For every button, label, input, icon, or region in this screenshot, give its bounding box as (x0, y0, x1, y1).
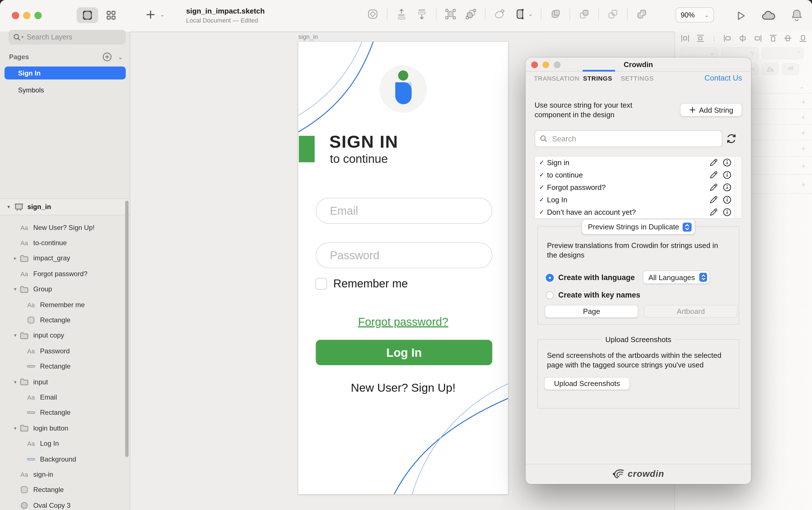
create-with-key-names-label[interactable]: Create with key names (558, 291, 640, 299)
flip-vertical-button[interactable] (782, 63, 799, 75)
layer-row[interactable]: ▾ input (0, 374, 130, 390)
layer-row[interactable]: ▾ input copy (0, 328, 130, 343)
add-string-button[interactable]: Add String (680, 103, 742, 117)
grid-view-toggle[interactable] (100, 7, 122, 23)
layer-row[interactable]: Aa Log In (0, 436, 130, 451)
edit-string-icon[interactable] (709, 208, 718, 216)
tab-translation[interactable]: TRANSLATION (534, 75, 579, 82)
add-page-button[interactable] (102, 52, 112, 62)
insert-shape-icon[interactable] (367, 8, 379, 20)
string-info-icon[interactable] (723, 171, 731, 179)
zoom-level-select[interactable]: 90% ⌄ (675, 7, 714, 23)
layer-row[interactable]: Rectangle (0, 405, 130, 420)
minimize-window-button[interactable] (23, 12, 30, 19)
preview-strings-select[interactable]: Preview Strings in Duplicate (582, 219, 695, 234)
sign-in-heading[interactable]: SIGN IN (329, 132, 398, 152)
bring-forward-icon[interactable] (395, 8, 408, 20)
string-row[interactable]: ✓ Sign in (535, 157, 742, 169)
edit-string-icon[interactable] (709, 171, 718, 179)
layer-row[interactable]: Aa Password (0, 343, 130, 359)
layer-row[interactable]: Aa New User? Sign Up! (0, 220, 130, 235)
contact-us-link[interactable]: Contact Us (704, 74, 742, 82)
create-with-language-label[interactable]: Create with language (558, 273, 635, 282)
edit-string-icon[interactable] (709, 183, 718, 191)
flip-horizontal-button[interactable] (762, 63, 779, 75)
tab-settings[interactable]: SETTINGS (621, 75, 654, 82)
email-field[interactable]: Email (316, 198, 492, 224)
artboard-tree-header[interactable]: ▾ sign_in (0, 198, 130, 215)
app-logo[interactable] (379, 65, 427, 113)
layer-row[interactable]: Aa Email (0, 390, 130, 405)
resize-tool-button[interactable]: ⌄ (514, 8, 532, 20)
layer-row[interactable]: Aa to-continue (0, 235, 130, 251)
canvas-view-toggle[interactable] (77, 7, 98, 23)
search-input[interactable] (26, 33, 113, 42)
strings-list-scrollbar[interactable] (734, 157, 742, 218)
boolean-subtract-icon[interactable] (578, 8, 590, 20)
layer-row[interactable]: Oval Copy 3 (0, 498, 130, 510)
layer-row[interactable]: ▾ Group (0, 281, 130, 297)
preview-play-button[interactable] (735, 9, 747, 22)
artboard[interactable]: SIGN IN to continue Email Password Remem… (298, 42, 508, 494)
language-select[interactable]: All Languages (643, 270, 710, 284)
notifications-bell-button[interactable] (790, 8, 803, 22)
heading-accent-rectangle[interactable] (299, 136, 315, 162)
chevron-down-icon[interactable]: ▾ (11, 287, 19, 292)
string-row[interactable]: ✓ to continue (535, 169, 742, 181)
ungroup-icon[interactable] (465, 8, 477, 20)
layer-row[interactable]: Rectangle (0, 312, 130, 328)
remember-me-label[interactable]: Remember me (333, 277, 408, 290)
chevron-down-icon[interactable]: ▾ (11, 425, 19, 431)
edit-string-icon[interactable] (709, 196, 718, 204)
to-continue-subheading[interactable]: to continue (330, 152, 388, 166)
boolean-union-icon[interactable] (549, 8, 561, 20)
layer-row[interactable]: ▾ login button (0, 420, 130, 436)
create-with-key-names-radio[interactable] (546, 291, 554, 299)
string-info-icon[interactable] (723, 159, 731, 167)
chevron-down-icon[interactable]: ▾ (11, 333, 19, 338)
sign-up-link[interactable]: New User? Sign Up! (298, 381, 508, 394)
zoom-window-button[interactable] (34, 12, 42, 19)
close-window-button[interactable] (12, 12, 19, 19)
string-row[interactable]: ✓ Forgot password? (535, 181, 742, 193)
layer-row[interactable]: Aa sign-in (0, 467, 130, 482)
cloud-sync-button[interactable] (761, 10, 776, 22)
layer-row[interactable]: ▸ impact_gray (0, 251, 130, 266)
artboard-canvas-label[interactable]: sign_in (298, 33, 318, 40)
sidebar-scrollbar[interactable] (125, 201, 128, 457)
upload-screenshots-button[interactable]: Upload Screenshots (544, 377, 630, 390)
string-info-icon[interactable] (723, 196, 731, 204)
group-icon[interactable] (444, 8, 457, 20)
page-item-sign-in[interactable]: Sign In (4, 66, 126, 80)
password-field[interactable]: Password (316, 242, 492, 268)
preview-artboard-button[interactable]: Artboard (644, 305, 737, 318)
layer-row[interactable]: Aa Remember me (0, 297, 130, 312)
layer-search-field[interactable]: ▾ (8, 30, 126, 44)
boolean-difference-icon[interactable] (635, 8, 648, 20)
layer-row[interactable]: Rectangle (0, 359, 130, 374)
tab-strings[interactable]: STRINGS (583, 75, 612, 82)
refresh-strings-button[interactable] (726, 133, 737, 144)
strings-search-input[interactable] (551, 134, 700, 143)
forgot-password-link[interactable]: Forgot password? (298, 316, 508, 329)
create-with-language-radio[interactable] (546, 274, 554, 282)
string-row[interactable]: ✓ Log In (535, 193, 742, 206)
layer-row[interactable]: Aa Forgot password? (0, 266, 130, 281)
page-item-symbols[interactable]: Symbols (4, 83, 126, 96)
send-backward-icon[interactable] (415, 8, 428, 20)
string-info-icon[interactable] (723, 208, 731, 216)
edit-string-icon[interactable] (709, 159, 718, 167)
string-row[interactable]: ✓ Don’t have an account yet? (535, 206, 742, 218)
chevron-down-icon[interactable]: ▾ (11, 379, 19, 385)
insert-button[interactable]: ⌄ (145, 9, 164, 20)
remember-me-checkbox[interactable] (315, 278, 327, 290)
crowdin-titlebar[interactable]: Crowdin (526, 58, 751, 71)
layer-row[interactable]: Rectangle (0, 482, 130, 498)
preview-page-button[interactable]: Page (545, 305, 638, 318)
string-info-icon[interactable] (723, 183, 731, 191)
section-collapse-chevron-icon[interactable]: ⌄ (799, 83, 804, 90)
collapse-pages-chevron-icon[interactable]: ⌄ (118, 53, 123, 61)
boolean-intersect-icon[interactable] (606, 8, 619, 20)
chevron-right-icon[interactable]: ▸ (11, 256, 19, 261)
strings-search-field[interactable] (534, 130, 722, 147)
